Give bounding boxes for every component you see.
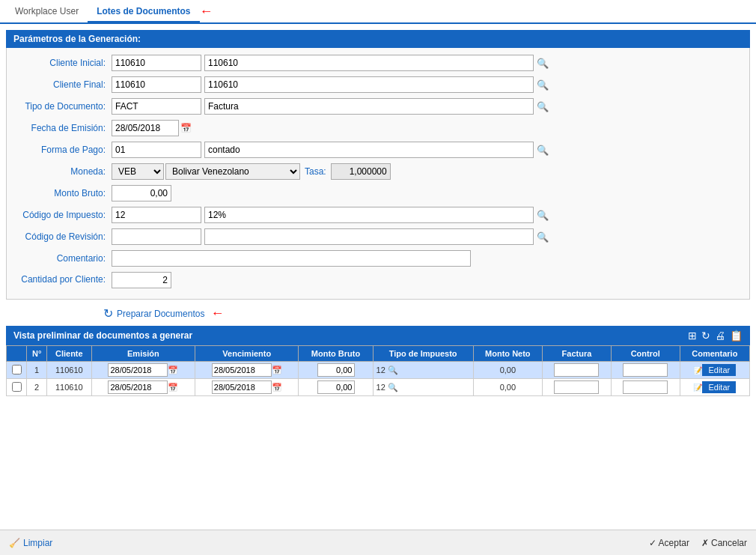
- cantidad-cliente-input[interactable]: [112, 272, 171, 288]
- monto-bruto-input[interactable]: [112, 185, 171, 201]
- bottom-actions: ✓ Aceptar ✗ Cancelar: [649, 538, 747, 548]
- tab-arrow-indicator: ←: [200, 4, 213, 19]
- codigo-revision-row: Código de Revisión: 🔍: [14, 228, 742, 246]
- params-section-header: Parámetros de la Generación:: [6, 30, 750, 48]
- vencimiento-cal-icon-1[interactable]: 📅: [272, 383, 282, 392]
- vencimiento-cal-icon-0[interactable]: 📅: [272, 366, 282, 374]
- tasa-input[interactable]: [331, 163, 391, 180]
- edit-button-0[interactable]: Editar: [702, 364, 736, 376]
- emision-cal-icon-1[interactable]: 📅: [168, 383, 178, 392]
- tipo-doc-name[interactable]: [204, 98, 534, 115]
- forma-pago-search-icon[interactable]: 🔍: [537, 145, 549, 156]
- col-factura: Factura: [543, 346, 612, 362]
- row-monto-neto-0: 0,00: [473, 362, 542, 379]
- row-emision-0[interactable]: [108, 363, 168, 377]
- aceptar-button[interactable]: ✓ Aceptar: [649, 538, 689, 548]
- cliente-final-label: Cliente Final:: [14, 79, 112, 90]
- col-cliente: Cliente: [46, 346, 91, 362]
- forma-pago-code[interactable]: [112, 142, 201, 158]
- row-vencimiento-1[interactable]: [212, 380, 272, 394]
- col-comentario: Comentario: [680, 346, 749, 362]
- codigo-revision-search-icon[interactable]: 🔍: [537, 231, 549, 243]
- codigo-impuesto-search-icon[interactable]: 🔍: [537, 210, 549, 221]
- moneda-row: Moneda: VEBUSDEUR Bolivar VenezolanoDóla…: [14, 163, 742, 181]
- cliente-final-name[interactable]: [204, 76, 534, 93]
- refresh-table-icon[interactable]: ↻: [701, 330, 710, 342]
- row-control-0[interactable]: [623, 363, 668, 377]
- fecha-emision-row: Fecha de Emisión: 📅: [14, 119, 742, 137]
- tab-lotes[interactable]: Lotes de Documentos: [88, 1, 199, 23]
- edit-icon-1: 📝: [693, 383, 702, 392]
- forma-pago-name[interactable]: [204, 142, 534, 158]
- forma-pago-label: Forma de Pago:: [14, 145, 112, 155]
- row-num-1: 2: [27, 379, 46, 396]
- cliente-inicial-label: Cliente Inicial:: [14, 58, 112, 68]
- cliente-final-row: Cliente Final: 🔍: [14, 76, 742, 94]
- tab-workplace[interactable]: Workplace User: [6, 1, 88, 21]
- row-num-0: 1: [27, 362, 46, 379]
- fecha-emision-input[interactable]: [112, 120, 179, 136]
- row-cliente-1: 110610: [46, 379, 91, 396]
- cliente-final-code[interactable]: [112, 76, 201, 93]
- row-control-1[interactable]: [623, 380, 668, 394]
- edit-icon-0: 📝: [693, 366, 702, 374]
- cancelar-button[interactable]: ✗ Cancelar: [701, 538, 747, 548]
- row-factura-1[interactable]: [554, 380, 599, 394]
- moneda-name-select[interactable]: Bolivar VenezolanoDólarEuro: [165, 163, 300, 180]
- codigo-impuesto-row: Código de Impuesto: 🔍: [14, 206, 742, 224]
- codigo-impuesto-label: Código de Impuesto:: [14, 210, 112, 220]
- prepare-documents-button[interactable]: ↻ Preparar Documentos: [103, 306, 204, 321]
- refresh-icon: ↻: [103, 306, 113, 321]
- limpiar-button[interactable]: 🧹 Limpiar: [9, 538, 52, 548]
- tipo-doc-row: Tipo de Documento: 🔍: [14, 97, 742, 115]
- row-monto-neto-1: 0,00: [473, 379, 542, 396]
- row-checkbox-1[interactable]: [12, 382, 22, 392]
- tipo-doc-label: Tipo de Documento:: [14, 101, 112, 112]
- limpiar-label: Limpiar: [23, 538, 52, 548]
- row-factura-0[interactable]: [554, 363, 599, 377]
- codigo-impuesto-code[interactable]: [112, 207, 201, 223]
- tipo-doc-code[interactable]: [112, 98, 201, 115]
- prepare-btn-label: Preparar Documentos: [117, 309, 204, 319]
- prepare-arrow-indicator: ←: [210, 306, 224, 321]
- row-emision-1[interactable]: [108, 380, 168, 394]
- tipo-doc-search-icon[interactable]: 🔍: [537, 101, 549, 112]
- codigo-revision-code[interactable]: [112, 228, 201, 245]
- cliente-inicial-code[interactable]: [112, 55, 201, 71]
- prepare-row: ↻ Preparar Documentos ←: [103, 306, 750, 321]
- tab-bar: Workplace User Lotes de Documentos ←: [0, 0, 756, 24]
- tipo-impuesto-search-icon-0[interactable]: 🔍: [388, 366, 398, 374]
- expand-icon[interactable]: ⊞: [688, 330, 697, 342]
- moneda-code-select[interactable]: VEBUSDEUR: [112, 163, 164, 180]
- preview-table-title: Vista preliminar de documentos a generar: [13, 330, 192, 341]
- preview-table-section: Vista preliminar de documentos a generar…: [6, 326, 750, 396]
- col-monto-neto: Monto Neto: [473, 346, 542, 362]
- cantidad-cliente-label: Cantidad por Cliente:: [14, 274, 112, 286]
- row-cliente-0: 110610: [46, 362, 91, 379]
- row-checkbox-0[interactable]: [12, 365, 22, 374]
- bottom-bar: 🧹 Limpiar ✓ Aceptar ✗ Cancelar: [0, 530, 756, 555]
- col-tipo-impuesto: Tipo de Impuesto: [373, 346, 473, 362]
- fecha-emision-calendar-icon[interactable]: 📅: [180, 123, 192, 133]
- col-vencimiento: Vencimiento: [195, 346, 299, 362]
- tipo-impuesto-search-icon-1[interactable]: 🔍: [388, 383, 398, 392]
- comentario-label: Comentario:: [14, 253, 112, 264]
- emision-cal-icon-0[interactable]: 📅: [168, 366, 178, 374]
- print-icon[interactable]: 🖨: [715, 330, 725, 342]
- cliente-inicial-name[interactable]: [204, 55, 534, 71]
- codigo-impuesto-name[interactable]: [204, 207, 534, 223]
- row-monto-bruto-1[interactable]: [317, 380, 355, 394]
- row-vencimiento-0[interactable]: [212, 363, 272, 377]
- cancelar-label: Cancelar: [711, 538, 747, 548]
- codigo-revision-name[interactable]: [204, 228, 534, 245]
- comentario-input[interactable]: [112, 250, 471, 267]
- cliente-final-search-icon[interactable]: 🔍: [537, 79, 549, 91]
- row-monto-bruto-0[interactable]: [317, 363, 355, 377]
- cliente-inicial-search-icon[interactable]: 🔍: [537, 58, 549, 69]
- edit-button-1[interactable]: Editar: [702, 381, 736, 393]
- tasa-label: Tasa:: [305, 166, 326, 177]
- export-icon[interactable]: 📋: [730, 330, 743, 342]
- cantidad-cliente-row: Cantidad por Cliente:: [14, 271, 742, 289]
- col-emision: Emisión: [91, 346, 195, 362]
- col-checkbox: [7, 346, 27, 362]
